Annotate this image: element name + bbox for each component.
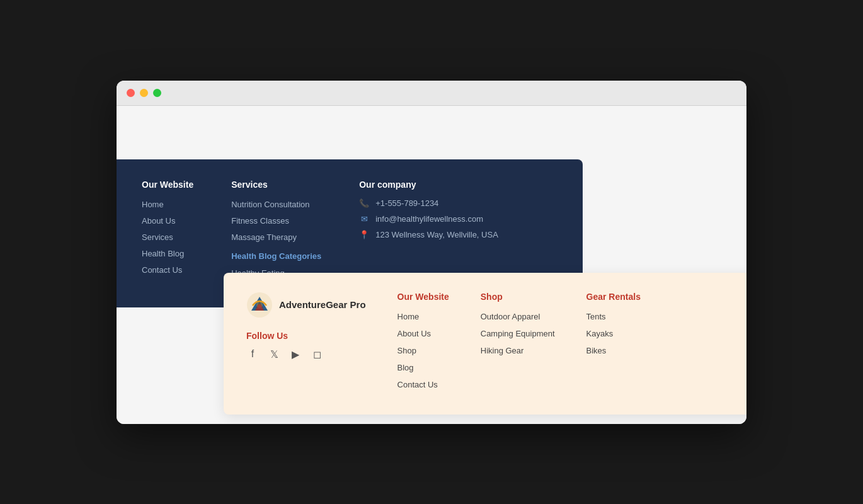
- footer-dark-blog-heading: Health Blog Categories: [231, 251, 321, 261]
- traffic-light-yellow[interactable]: [140, 89, 148, 97]
- youtube-icon[interactable]: ▶: [289, 348, 302, 360]
- list-item: Tents: [586, 311, 641, 322]
- footer-dark-col1-heading: Our Website: [142, 180, 193, 190]
- footer-adv-col1-heading: Our Website: [397, 292, 449, 302]
- adv-link-bikes[interactable]: Bikes: [586, 346, 607, 355]
- link-fitness[interactable]: Fitness Classes: [231, 216, 289, 226]
- browser-titlebar: [117, 81, 746, 106]
- link-home[interactable]: Home: [142, 200, 164, 209]
- brand-name: AdventureGear Pro: [279, 299, 366, 310]
- link-services[interactable]: Services: [142, 232, 173, 242]
- footer-dark-col1: Our Website Home About Us Services Healt…: [142, 180, 193, 284]
- brand-header: AdventureGear Pro: [246, 292, 366, 318]
- browser-content: Our Website Home About Us Services Healt…: [117, 106, 746, 424]
- adv-link-home[interactable]: Home: [397, 312, 420, 321]
- list-item: Health Blog: [142, 248, 193, 259]
- list-item: Outdoor Apparel: [481, 311, 555, 322]
- footer-adv-col1-list: Home About Us Shop Blog Contact Us: [397, 311, 449, 390]
- list-item: Camping Equipment: [481, 328, 555, 339]
- adv-link-outdoor-apparel[interactable]: Outdoor Apparel: [481, 312, 540, 321]
- adv-link-shop[interactable]: Shop: [397, 346, 416, 355]
- list-item: Contact Us: [397, 379, 449, 390]
- list-item: Kayaks: [586, 328, 641, 339]
- list-item: Home: [397, 311, 449, 322]
- adv-link-blog[interactable]: Blog: [397, 363, 414, 372]
- adv-link-tents[interactable]: Tents: [586, 312, 606, 321]
- footer-dark-col1-list: Home About Us Services Health Blog Conta…: [142, 198, 193, 275]
- list-item: Massage Therapy: [231, 231, 321, 243]
- list-item: About Us: [142, 215, 193, 226]
- adventure-logo: [246, 292, 273, 318]
- email-icon: ✉: [359, 214, 369, 224]
- email-address: info@healthylifewellness.com: [375, 214, 483, 224]
- footer-adv-col1: Our Website Home About Us Shop Blog Cont…: [397, 292, 449, 396]
- follow-us-label: Follow Us: [246, 331, 366, 341]
- phone-icon: 📞: [359, 198, 369, 208]
- list-item: Blog: [397, 362, 449, 373]
- list-item: Fitness Classes: [231, 215, 321, 226]
- footer-adv-col3-heading: Gear Rentals: [586, 292, 641, 302]
- adv-link-camping[interactable]: Camping Equipment: [481, 329, 555, 338]
- link-health-blog[interactable]: Health Blog: [142, 249, 184, 258]
- adv-link-about[interactable]: About Us: [397, 329, 431, 338]
- contact-address: 📍 123 Wellness Way, Wellville, USA: [359, 230, 498, 239]
- footer-adventure: AdventureGear Pro Follow Us f 𝕏 ▶ ◻ Our …: [224, 273, 746, 415]
- address-text: 123 Wellness Way, Wellville, USA: [375, 230, 498, 239]
- footer-dark-col3-heading: Our company: [359, 180, 498, 190]
- browser-window: Our Website Home About Us Services Healt…: [117, 81, 746, 424]
- footer-dark-col2-heading: Services: [231, 180, 321, 190]
- list-item: About Us: [397, 328, 449, 339]
- adv-link-kayaks[interactable]: Kayaks: [586, 329, 614, 338]
- location-icon: 📍: [359, 230, 369, 239]
- list-item: Contact Us: [142, 264, 193, 275]
- contact-email: ✉ info@healthylifewellness.com: [359, 214, 498, 224]
- phone-number: +1-555-789-1234: [375, 198, 438, 208]
- list-item: Bikes: [586, 345, 641, 356]
- list-item: Nutrition Consultation: [231, 198, 321, 210]
- list-item: Services: [142, 231, 193, 243]
- twitter-icon[interactable]: 𝕏: [268, 348, 280, 360]
- footer-adv-brand-col: AdventureGear Pro Follow Us f 𝕏 ▶ ◻: [246, 292, 366, 360]
- footer-adv-shop-list: Outdoor Apparel Camping Equipment Hiking…: [481, 311, 555, 356]
- link-nutrition[interactable]: Nutrition Consultation: [231, 200, 309, 209]
- list-item: Hiking Gear: [481, 345, 555, 356]
- list-item: Shop: [397, 345, 449, 356]
- list-item: Home: [142, 198, 193, 210]
- traffic-light-red[interactable]: [127, 89, 135, 97]
- footer-adv-rentals-list: Tents Kayaks Bikes: [586, 311, 641, 356]
- footer-dark-col2: Services Nutrition Consultation Fitness …: [231, 180, 321, 284]
- adv-link-hiking[interactable]: Hiking Gear: [481, 346, 524, 355]
- social-icons-group: f 𝕏 ▶ ◻: [246, 348, 366, 360]
- footer-dark-services-list: Nutrition Consultation Fitness Classes M…: [231, 198, 321, 243]
- link-massage[interactable]: Massage Therapy: [231, 232, 297, 242]
- traffic-light-green[interactable]: [153, 89, 161, 97]
- contact-phone: 📞 +1-555-789-1234: [359, 198, 498, 208]
- link-about-us[interactable]: About Us: [142, 216, 175, 226]
- instagram-icon[interactable]: ◻: [311, 348, 323, 360]
- facebook-icon[interactable]: f: [246, 348, 259, 360]
- adv-link-contact[interactable]: Contact Us: [397, 380, 438, 389]
- link-contact-us[interactable]: Contact Us: [142, 265, 182, 275]
- footer-dark-col3: Our company 📞 +1-555-789-1234 ✉ info@hea…: [359, 180, 498, 284]
- footer-adv-col2-heading: Shop: [481, 292, 555, 302]
- footer-adv-col2: Shop Outdoor Apparel Camping Equipment H…: [481, 292, 555, 362]
- footer-adv-col3: Gear Rentals Tents Kayaks Bikes: [586, 292, 641, 362]
